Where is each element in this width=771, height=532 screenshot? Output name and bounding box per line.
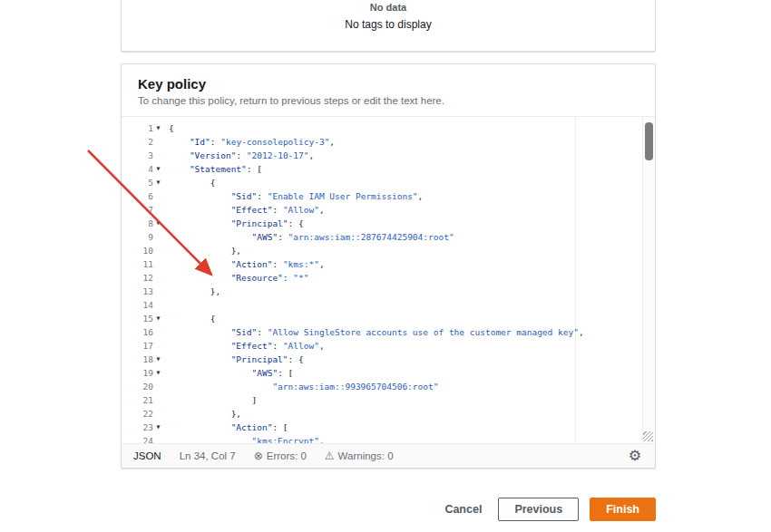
line-number: 7 xyxy=(148,203,153,217)
key-policy-card: Key policy To change this policy, return… xyxy=(121,63,656,469)
scrollbar-thumb[interactable] xyxy=(645,122,653,160)
line-number: 15 xyxy=(143,312,153,325)
editor-line[interactable]: 6 "Sid": "Enable IAM User Permissions", xyxy=(122,189,642,203)
line-number: 21 xyxy=(143,393,153,407)
warnings-icon: ⚠ xyxy=(325,450,335,462)
gutter-cell: 1▼ xyxy=(122,121,163,135)
gutter-cell: 11 xyxy=(122,257,163,271)
editor-line[interactable]: 19▼ "AWS": [ xyxy=(122,366,642,380)
editor-line[interactable]: 10 }, xyxy=(122,244,642,257)
fold-toggle-icon[interactable]: ▼ xyxy=(153,121,163,135)
editor-line[interactable]: 16 "Sid": "Allow SingleStore accounts us… xyxy=(122,325,642,339)
gutter-cell: 17 xyxy=(122,339,163,353)
gutter-cell: 12 xyxy=(122,271,163,285)
fold-toggle-icon[interactable]: ▼ xyxy=(153,162,163,176)
errors-count: Errors: 0 xyxy=(267,450,307,461)
gutter-cell: 24 xyxy=(122,434,163,443)
editor-line[interactable]: 8▼ "Principal": { xyxy=(122,217,642,230)
code-text: "Action": "kms:*", xyxy=(163,257,325,271)
line-number: 14 xyxy=(143,298,153,312)
editor-resize-grip[interactable] xyxy=(643,431,653,441)
gutter-cell: 13 xyxy=(122,285,163,298)
editor-line[interactable]: 11 "Action": "kms:*", xyxy=(122,257,642,271)
editor-line[interactable]: 12 "Resource": "*" xyxy=(122,271,642,285)
gutter-cell: 14 xyxy=(122,298,163,312)
fold-toggle-icon[interactable]: ▼ xyxy=(153,421,163,434)
line-number: 19 xyxy=(143,366,153,380)
gutter-cell: 21 xyxy=(122,393,163,407)
editor-line[interactable]: 21 ] xyxy=(122,393,642,407)
editor-line[interactable]: 23▼ "Action": [ xyxy=(122,421,642,434)
fold-toggle-icon[interactable]: ▼ xyxy=(153,353,163,366)
code-text: "Action": [ xyxy=(163,421,288,434)
code-text: "Sid": "Allow SingleStore accounts use o… xyxy=(163,325,584,339)
code-text: "AWS": [ xyxy=(163,366,293,380)
editor-line[interactable]: 15▼ { xyxy=(122,312,642,325)
editor-line[interactable]: 4▼ "Statement": [ xyxy=(122,162,642,176)
finish-button[interactable]: Finish xyxy=(590,498,656,521)
gutter-cell: 22 xyxy=(122,407,163,421)
editor-line[interactable]: 1▼{ xyxy=(122,121,642,135)
gutter-cell: 19▼ xyxy=(122,366,163,380)
code-text: "Resource": "*" xyxy=(163,271,308,285)
code-text: { xyxy=(163,121,174,135)
editor-settings-button[interactable]: ⚙ xyxy=(627,447,643,465)
gutter-cell: 3 xyxy=(122,149,163,162)
code-text: "Sid": "Enable IAM User Permissions", xyxy=(163,189,423,203)
fold-toggle-icon[interactable]: ▼ xyxy=(153,217,163,230)
gutter-cell: 4▼ xyxy=(122,162,163,176)
editor-line[interactable]: 7 "Effect": "Allow", xyxy=(122,203,642,217)
gutter-cell: 8▼ xyxy=(122,217,163,230)
fold-toggle-icon[interactable]: ▼ xyxy=(153,176,163,189)
editor-line[interactable]: 18▼ "Principal": { xyxy=(122,353,642,366)
code-text: "Version": "2012-10-17", xyxy=(163,149,314,162)
gutter-cell: 10 xyxy=(122,244,163,257)
cancel-button[interactable]: Cancel xyxy=(439,499,487,519)
editor-language-label: JSON xyxy=(133,450,161,461)
line-number: 17 xyxy=(143,339,153,353)
line-number: 22 xyxy=(143,407,153,421)
gutter-cell: 5▼ xyxy=(122,176,163,189)
fold-toggle-icon[interactable]: ▼ xyxy=(153,366,163,380)
editor-line[interactable]: 3 "Version": "2012-10-17", xyxy=(122,149,642,162)
no-tags-message: No tags to display xyxy=(345,18,431,31)
editor-line[interactable]: 24 "kms:Encrypt", xyxy=(122,434,642,443)
fold-toggle-icon[interactable]: ▼ xyxy=(153,312,163,325)
gutter-cell: 18▼ xyxy=(122,353,163,366)
editor-line[interactable]: 9 "AWS": "arn:aws:iam::287674425904:root… xyxy=(122,230,642,244)
editor-line[interactable]: 5▼ { xyxy=(122,176,642,189)
code-text: }, xyxy=(163,244,241,257)
code-text: }, xyxy=(163,285,220,298)
editor-vertical-scrollbar[interactable] xyxy=(642,117,655,443)
page-title: Key policy xyxy=(138,76,639,92)
editor-line[interactable]: 2 "Id": "key-consolepolicy-3", xyxy=(122,135,642,149)
gutter-cell: 6 xyxy=(122,189,163,203)
line-number: 9 xyxy=(148,230,153,244)
gutter-cell: 20 xyxy=(122,380,163,393)
code-text: }, xyxy=(163,407,241,421)
line-number: 24 xyxy=(143,434,153,443)
editor-line[interactable]: 22 }, xyxy=(122,407,642,421)
editor-line[interactable]: 13 }, xyxy=(122,285,642,298)
previous-button[interactable]: Previous xyxy=(498,498,579,521)
line-number: 10 xyxy=(143,244,153,257)
line-number: 20 xyxy=(143,380,153,393)
code-text: "Principal": { xyxy=(163,353,304,366)
editor-line[interactable]: 14 xyxy=(122,298,642,312)
editor-lines: 1▼{2 "Id": "key-consolepolicy-3",3 "Vers… xyxy=(122,121,642,443)
code-text: "AWS": "arn:aws:iam::287674425904:root" xyxy=(163,230,454,244)
errors-status: ⊗ Errors: 0 xyxy=(254,450,307,462)
key-policy-description: To change this policy, return to previou… xyxy=(138,95,639,106)
code-text: "Statement": [ xyxy=(163,162,262,176)
line-number: 12 xyxy=(143,271,153,285)
editor-line[interactable]: 17 "Effect": "Allow", xyxy=(122,339,642,353)
line-number: 16 xyxy=(143,325,153,339)
line-number: 18 xyxy=(143,353,153,366)
line-number: 13 xyxy=(143,285,153,298)
policy-json-editor[interactable]: 1▼{2 "Id": "key-consolepolicy-3",3 "Vers… xyxy=(122,117,655,443)
code-text: "Effect": "Allow", xyxy=(163,339,325,353)
editor-line[interactable]: 20 "arn:aws:iam::993965704506:root" xyxy=(122,380,642,393)
line-number: 11 xyxy=(143,257,153,271)
warnings-status: ⚠ Warnings: 0 xyxy=(325,450,394,462)
line-number: 23 xyxy=(143,421,153,434)
